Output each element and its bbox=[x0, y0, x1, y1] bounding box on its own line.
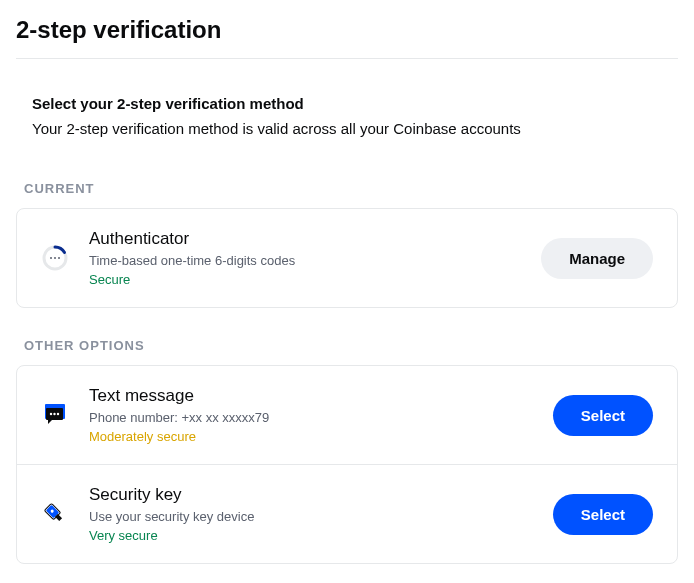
svg-point-1 bbox=[50, 257, 52, 259]
section-label-current: CURRENT bbox=[16, 181, 678, 196]
select-button[interactable]: Select bbox=[553, 395, 653, 436]
sms-icon bbox=[41, 401, 69, 429]
method-title: Security key bbox=[89, 485, 533, 505]
method-security-key: Security key Use your security key devic… bbox=[17, 464, 677, 563]
other-methods-group: Text message Phone number: +xx xx xxxxx7… bbox=[16, 365, 678, 564]
security-key-icon bbox=[41, 500, 69, 528]
method-body: Text message Phone number: +xx xx xxxxx7… bbox=[89, 386, 533, 444]
method-body: Security key Use your security key devic… bbox=[89, 485, 533, 543]
method-body: Authenticator Time-based one-time 6-digi… bbox=[89, 229, 521, 287]
select-button[interactable]: Select bbox=[553, 494, 653, 535]
current-method-group: Authenticator Time-based one-time 6-digi… bbox=[16, 208, 678, 308]
svg-point-2 bbox=[54, 257, 56, 259]
method-desc: Time-based one-time 6-digits codes bbox=[89, 253, 521, 268]
method-text-message: Text message Phone number: +xx xx xxxxx7… bbox=[17, 366, 677, 464]
svg-point-7 bbox=[53, 413, 55, 415]
intro-heading: Select your 2-step verification method bbox=[32, 95, 678, 112]
divider bbox=[16, 58, 678, 59]
method-desc: Phone number: +xx xx xxxxx79 bbox=[89, 410, 533, 425]
intro-sub: Your 2-step verification method is valid… bbox=[32, 120, 678, 137]
page-title: 2-step verification bbox=[16, 16, 678, 44]
section-label-other: OTHER OPTIONS bbox=[16, 338, 678, 353]
svg-point-6 bbox=[50, 413, 52, 415]
manage-button[interactable]: Manage bbox=[541, 238, 653, 279]
security-badge: Very secure bbox=[89, 528, 533, 543]
security-badge: Moderately secure bbox=[89, 429, 533, 444]
security-badge: Secure bbox=[89, 272, 521, 287]
method-title: Authenticator bbox=[89, 229, 521, 249]
method-title: Text message bbox=[89, 386, 533, 406]
intro-block: Select your 2-step verification method Y… bbox=[16, 95, 678, 137]
authenticator-icon bbox=[41, 244, 69, 272]
svg-point-3 bbox=[58, 257, 60, 259]
method-authenticator: Authenticator Time-based one-time 6-digi… bbox=[17, 209, 677, 307]
method-desc: Use your security key device bbox=[89, 509, 533, 524]
svg-point-8 bbox=[57, 413, 59, 415]
